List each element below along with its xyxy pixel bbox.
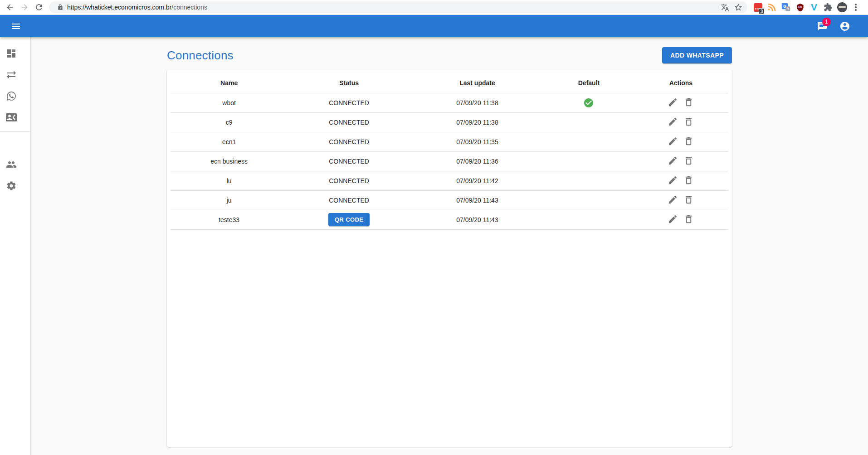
v-extension-icon[interactable]: V xyxy=(809,2,819,12)
delete-button[interactable] xyxy=(682,212,696,228)
whatsapp-icon xyxy=(6,91,17,102)
contact-phone-icon xyxy=(6,112,17,123)
table-row: ju CONNECTED 07/09/20 11:43 xyxy=(171,190,728,210)
table-row: teste33 QR CODE 07/09/20 11:43 xyxy=(171,210,728,229)
delete-button[interactable] xyxy=(682,134,696,150)
delete-button[interactable] xyxy=(682,193,696,208)
browser-toolbar: https://whaticket.economicros.com.br/con… xyxy=(0,0,868,15)
extensions-area: 3 G UO V xyxy=(753,2,860,13)
red-chat-extension-icon[interactable]: 3 xyxy=(753,2,763,12)
connection-status: CONNECTED xyxy=(329,119,369,126)
sidebar-item-users[interactable] xyxy=(0,154,30,175)
edit-button[interactable] xyxy=(666,95,680,111)
trash-icon xyxy=(683,136,694,146)
pencil-icon xyxy=(668,155,678,166)
edit-button[interactable] xyxy=(666,193,680,208)
gear-icon xyxy=(6,180,17,191)
edit-button[interactable] xyxy=(666,154,680,169)
connection-name: ecn1 xyxy=(171,132,288,151)
connections-table: Name Status Last update Default Actions … xyxy=(171,73,728,230)
notification-badge: 1 xyxy=(822,18,831,26)
table-row: lu CONNECTED 07/09/20 11:42 xyxy=(171,171,728,190)
ublock-extension-icon[interactable]: UO xyxy=(795,2,805,12)
sidebar-item-transfers[interactable] xyxy=(0,64,30,85)
pencil-icon xyxy=(668,175,678,185)
pencil-icon xyxy=(668,136,678,146)
profile-avatar[interactable] xyxy=(837,2,847,12)
account-icon xyxy=(839,21,850,32)
connection-name: c9 xyxy=(171,112,288,132)
menu-kebab-icon[interactable] xyxy=(851,2,860,13)
connection-name: wbot xyxy=(171,93,288,112)
edit-button[interactable] xyxy=(666,173,680,189)
add-whatsapp-button[interactable]: ADD WHATSAPP xyxy=(662,47,732,63)
table-row: c9 CONNECTED 07/09/20 11:38 xyxy=(171,112,728,132)
connection-status: CONNECTED xyxy=(329,158,369,165)
table-row: ecn business CONNECTED 07/09/20 11:36 xyxy=(171,151,728,171)
reload-icon xyxy=(34,3,44,12)
column-header-status: Status xyxy=(288,73,410,93)
connection-last-update: 07/09/20 11:36 xyxy=(410,151,544,171)
pencil-icon xyxy=(668,97,678,107)
connection-last-update: 07/09/20 11:38 xyxy=(410,93,544,112)
column-header-default: Default xyxy=(544,73,634,93)
trash-icon xyxy=(683,97,694,107)
notifications-chat-button[interactable]: 1 xyxy=(813,17,832,36)
connection-name: teste33 xyxy=(171,210,288,229)
google-translate-extension-icon[interactable]: G xyxy=(781,2,791,12)
svg-text:UO: UO xyxy=(798,6,802,9)
column-header-last-update: Last update xyxy=(410,73,544,93)
rss-extension-icon[interactable] xyxy=(767,2,777,12)
lock-icon xyxy=(57,4,63,10)
sidebar-item-whatsapp[interactable] xyxy=(0,85,30,106)
trash-icon xyxy=(683,214,694,224)
delete-button[interactable] xyxy=(682,154,696,169)
table-row: wbot CONNECTED 07/09/20 11:38 xyxy=(171,93,728,112)
extension-badge: 3 xyxy=(759,8,765,14)
connection-last-update: 07/09/20 11:35 xyxy=(410,132,544,151)
pencil-icon xyxy=(668,116,678,127)
connection-status: CONNECTED xyxy=(329,177,369,184)
delete-button[interactable] xyxy=(682,95,696,111)
pencil-icon xyxy=(668,194,678,205)
connections-table-body: wbot CONNECTED 07/09/20 11:38 c9 CONNECT… xyxy=(171,93,728,229)
edit-button[interactable] xyxy=(666,115,680,130)
url-path: /connections xyxy=(171,4,207,11)
sidebar-item-dashboard[interactable] xyxy=(0,43,30,64)
trash-icon xyxy=(683,155,694,166)
back-button[interactable] xyxy=(3,1,17,14)
edit-button[interactable] xyxy=(666,212,680,228)
table-row: ecn1 CONNECTED 07/09/20 11:35 xyxy=(171,132,728,151)
pencil-icon xyxy=(668,214,678,224)
sidebar-item-settings[interactable] xyxy=(0,175,30,196)
connection-last-update: 07/09/20 11:43 xyxy=(410,210,544,229)
sidebar-group-gap xyxy=(0,136,30,154)
forward-button[interactable] xyxy=(17,1,32,14)
sidebar-divider xyxy=(0,131,30,132)
edit-button[interactable] xyxy=(666,134,680,150)
connection-name: ju xyxy=(171,190,288,210)
delete-button[interactable] xyxy=(682,115,696,130)
connection-status: CONNECTED xyxy=(329,197,369,204)
trash-icon xyxy=(683,175,694,185)
delete-button[interactable] xyxy=(682,173,696,189)
app-bar: 1 xyxy=(0,15,868,37)
qr-code-button[interactable]: QR CODE xyxy=(328,213,370,226)
bookmark-star-icon[interactable] xyxy=(734,3,743,12)
menu-button[interactable] xyxy=(6,17,25,36)
page-title: Connections xyxy=(167,48,234,63)
url-domain: https://whaticket.economicros.com.br xyxy=(67,4,171,11)
address-bar[interactable]: https://whaticket.economicros.com.br/con… xyxy=(49,1,747,13)
menu-icon xyxy=(10,21,21,32)
table-header-row: Name Status Last update Default Actions xyxy=(171,73,728,93)
account-button[interactable] xyxy=(835,17,854,36)
connection-last-update: 07/09/20 11:43 xyxy=(410,190,544,210)
puzzle-extensions-icon[interactable] xyxy=(823,2,833,12)
trash-icon xyxy=(683,194,694,205)
translate-icon[interactable] xyxy=(720,3,729,12)
back-icon xyxy=(5,3,15,12)
reload-button[interactable] xyxy=(32,1,46,14)
main-content: Connections ADD WHATSAPP Name Status Las… xyxy=(31,37,868,455)
people-icon xyxy=(6,159,17,170)
sidebar-item-contacts[interactable] xyxy=(0,106,30,128)
